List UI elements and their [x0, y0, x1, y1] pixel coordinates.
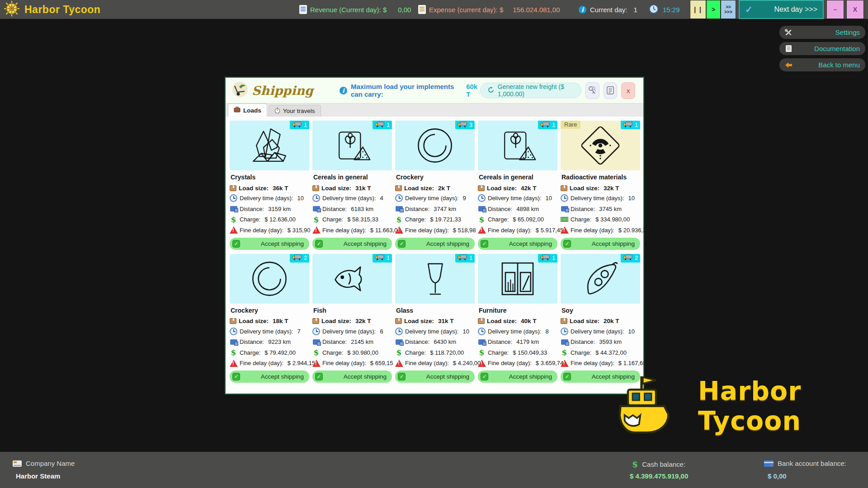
report-list-button[interactable]: [604, 82, 618, 99]
revenue-label: Revenue (Current day): $: [310, 6, 387, 14]
distance-label: Distance:: [322, 338, 347, 345]
truck-icon: [623, 121, 633, 129]
delivery-time-label: Delivery time (days):: [488, 195, 541, 202]
accept-shipping-label: Accept shipping: [488, 240, 552, 247]
fine-delay-label: Fine delay (day):: [240, 360, 283, 366]
expense-value: 156.024.081,00: [513, 6, 560, 14]
pause-button[interactable]: | |: [690, 0, 706, 19]
fine-warning-icon: [395, 226, 403, 234]
load-size-label: Load size:: [321, 185, 351, 192]
truck-icon: [292, 121, 302, 129]
tugboat-icon: [613, 373, 671, 438]
distance-icon: [478, 339, 486, 345]
freight-card: 1 Fish Load size: 32k T Delivery time (d…: [312, 254, 392, 383]
accept-shipping-button[interactable]: ✓ Accept shipping: [561, 238, 640, 250]
delivery-time-label: Delivery time (days):: [405, 328, 458, 335]
stopwatch-icon: [274, 108, 280, 115]
settings-button[interactable]: Settings: [779, 26, 865, 39]
load-size-label: Load size:: [239, 185, 269, 192]
fine-delay-value: $ 1.167,68: [618, 360, 646, 366]
accept-shipping-label: Accept shipping: [406, 373, 469, 380]
cards-grid: 1 Crystals Load size: 36k T Delivery tim…: [226, 117, 643, 387]
play-button[interactable]: >: [706, 0, 721, 19]
product-name: Fish: [313, 307, 392, 314]
product-name: Cereals in general: [313, 174, 392, 181]
documentation-button[interactable]: Documentation: [779, 42, 865, 55]
close-dialog-button[interactable]: x: [621, 82, 635, 99]
product-name: Cereals in general: [479, 174, 557, 181]
fast-forward-button[interactable]: >> >>>: [721, 0, 736, 19]
truck-count: 1: [635, 122, 638, 128]
load-size-value: 32k T: [355, 318, 371, 324]
load-size-value: 20k T: [604, 318, 619, 324]
delivery-time-label: Delivery time (days):: [571, 195, 624, 202]
freight-card: 1 Cereals in general Load size: 31k T De…: [312, 121, 392, 250]
fine-delay-label: Fine delay (day):: [322, 360, 366, 366]
accept-shipping-button[interactable]: ✓ Accept shipping: [478, 238, 557, 250]
close-app-button[interactable]: X: [846, 0, 864, 19]
load-size-value: 32k T: [604, 185, 619, 192]
accept-shipping-button[interactable]: ✓ Accept shipping: [312, 238, 392, 250]
charge-value: $ 65.092,00: [513, 216, 544, 223]
delivery-time-icon: [312, 328, 320, 335]
fine-warning-icon: [312, 226, 321, 234]
delivery-time-icon: [230, 328, 237, 335]
freight-card: Rare 1 Radioactive materials Load size: …: [561, 121, 640, 250]
distance-value: 4179 km: [516, 338, 539, 345]
charge-icon: [561, 216, 568, 223]
generate-freight-label: Generate new freight ($ 1,000.00): [498, 83, 574, 98]
load-size-icon: [230, 318, 236, 324]
distance-label: Distance:: [322, 206, 347, 212]
charge-value: $ 79.492,00: [264, 349, 296, 356]
load-size-icon: [230, 185, 236, 191]
id-card-icon: [13, 460, 22, 467]
charge-value: $ 19.721,33: [430, 216, 461, 223]
truck-count-badge: 2: [621, 254, 640, 263]
distance-value: 3593 km: [599, 338, 622, 345]
accept-shipping-button[interactable]: ✓ Accept shipping: [312, 371, 392, 383]
delivery-time-value: 4: [380, 195, 383, 202]
tab-your-travels[interactable]: Your travels: [269, 105, 321, 117]
minimize-button[interactable]: –: [826, 0, 844, 19]
product-name: Soy: [561, 307, 640, 314]
truck-count-badge: 1: [621, 121, 640, 129]
accept-shipping-button[interactable]: ✓ Accept shipping: [230, 238, 309, 250]
keys-button[interactable]: [585, 82, 599, 99]
check-icon: ✓: [315, 240, 323, 248]
cart-icon: [231, 80, 249, 100]
fine-delay-label: Fine delay (day):: [405, 360, 449, 366]
fine-delay-value: $ 315,90: [288, 227, 311, 234]
fine-delay-value: $ 518,98: [453, 227, 476, 234]
distance-icon: [313, 339, 320, 345]
accept-shipping-button[interactable]: ✓ Accept shipping: [478, 371, 557, 383]
charge-icon: $: [395, 216, 403, 223]
truck-count-badge: 1: [538, 121, 557, 129]
fine-warning-icon: [478, 360, 486, 367]
fine-delay-label: Fine delay (day):: [488, 360, 532, 366]
tab-loads[interactable]: Loads: [228, 103, 267, 117]
top-bar: Harbor Tycoon Revenue (Current day): $ 0…: [0, 0, 868, 19]
charge-icon: $: [395, 349, 403, 357]
load-size-label: Load size:: [404, 318, 434, 324]
charge-label: Charge:: [322, 216, 343, 223]
tab-your-travels-label: Your travels: [283, 108, 315, 114]
truck-count-badge: 1: [373, 254, 392, 263]
delivery-time-icon: [230, 194, 237, 202]
generate-freight-button[interactable]: Generate new freight ($ 1,000.00): [480, 83, 581, 98]
fine-warning-icon: [395, 360, 403, 367]
accept-shipping-button[interactable]: ✓ Accept shipping: [230, 371, 309, 383]
accept-shipping-button[interactable]: ✓ Accept shipping: [395, 238, 475, 250]
accept-shipping-button[interactable]: ✓ Accept shipping: [395, 371, 475, 383]
accept-shipping-label: Accept shipping: [406, 240, 469, 247]
truck-count-badge: 1: [290, 121, 309, 129]
back-to-menu-button[interactable]: Back to menu: [779, 58, 865, 71]
fine-delay-value: $ 4.240,00: [453, 360, 481, 366]
fine-delay-label: Fine delay (day):: [322, 227, 366, 234]
load-size-label: Load size:: [487, 185, 517, 192]
delivery-time-icon: [395, 194, 403, 202]
fine-delay-value: $ 5.917,45: [536, 227, 563, 234]
dialog-title: Shipping: [252, 84, 313, 98]
charge-label: Charge:: [240, 349, 260, 356]
next-day-button[interactable]: ✓ Next day >>>: [739, 0, 824, 19]
delivery-time-label: Delivery time (days):: [405, 195, 458, 202]
